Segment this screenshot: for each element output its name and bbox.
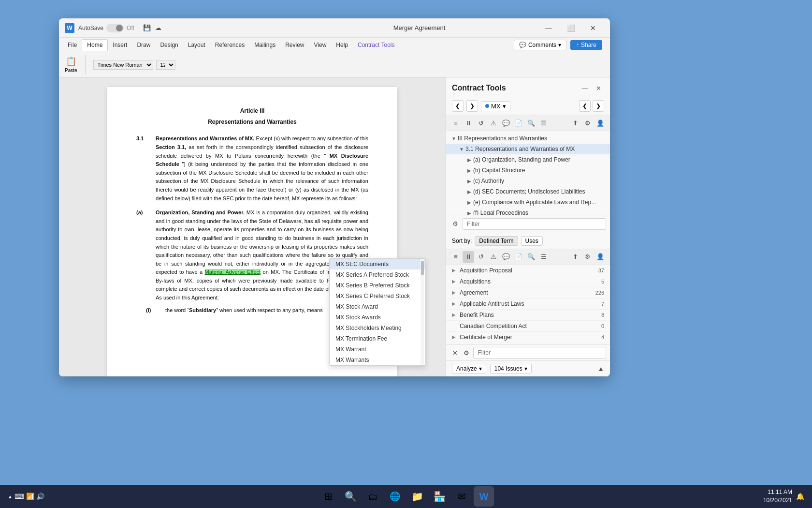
export2-icon[interactable]: ⬆ — [569, 251, 581, 263]
cloud-icon[interactable]: ☁ — [154, 23, 163, 33]
comment2-icon[interactable]: 💬 — [500, 251, 512, 263]
warning2-icon[interactable]: ⚠ — [488, 251, 499, 263]
close-sidebar-icon[interactable]: ✕ — [593, 82, 604, 94]
dropdown-item-1[interactable]: MX Series A Preferred Stock — [330, 269, 425, 280]
close-button[interactable]: ✕ — [582, 21, 604, 35]
tree-item-e[interactable]: ▶ (e) Compliance with Applicable Laws an… — [446, 197, 610, 208]
notification-area-icon[interactable]: 🔔 — [796, 493, 804, 500]
tree-expand-f[interactable]: ▶ — [465, 209, 473, 215]
tab-review[interactable]: Review — [280, 40, 309, 50]
warning-icon[interactable]: ⚠ — [488, 117, 499, 129]
pause-icon[interactable]: ⏸ — [463, 117, 474, 129]
tree-item-c[interactable]: ▶ (c) Authority — [446, 176, 610, 186]
term-benefit-plans[interactable]: ▶ Benefit Plans 8 — [446, 310, 610, 321]
tree-item-3-1[interactable]: ▼ 3.1 Representations and Warranties of … — [446, 144, 610, 154]
comment-icon[interactable]: 💬 — [500, 117, 512, 129]
dropdown-item-3[interactable]: MX Series C Preferred Stock — [330, 291, 425, 301]
tab-home[interactable]: Home — [82, 39, 108, 51]
tree-root[interactable]: ▼ III Representations and Warranties — [446, 133, 610, 144]
tree-area[interactable]: ▼ III Representations and Warranties ▼ 3… — [446, 131, 610, 215]
user2-icon[interactable]: 👤 — [594, 251, 606, 263]
bottom-clear-icon[interactable]: ✕ — [450, 347, 460, 359]
comments-button[interactable]: 💬 Comments ▾ — [514, 40, 566, 50]
filter-settings-icon[interactable]: ⚙ — [450, 218, 461, 230]
tab-layout[interactable]: Layout — [183, 40, 210, 50]
dropdown-item-8[interactable]: MX Warrant — [330, 344, 425, 355]
refresh-icon[interactable]: ↺ — [475, 117, 487, 129]
system-tray-up-icon[interactable]: ▲ — [8, 494, 13, 499]
pause2-icon[interactable]: ⏸ — [463, 251, 474, 263]
tree-filter-input[interactable] — [463, 218, 606, 230]
search-icon[interactable]: 🔍 — [525, 117, 537, 129]
term-expand-icon-5[interactable]: ▶ — [452, 312, 460, 317]
bottom-filter-input[interactable] — [473, 347, 606, 359]
dropdown-item-0[interactable]: MX SEC Documents — [330, 259, 425, 269]
issues-button[interactable]: 104 Issues ▾ — [490, 364, 532, 374]
taskbar-start[interactable]: ⊞ — [318, 486, 338, 507]
nav-down-icon[interactable]: ❯ — [593, 100, 604, 112]
nav-up-icon[interactable]: ❮ — [579, 100, 591, 112]
keyboard-icon[interactable]: ⌨ — [14, 493, 24, 500]
paste-button[interactable]: 📋 Paste — [65, 56, 77, 73]
term-acquisitions[interactable]: ▶ Acquisitions 5 — [446, 276, 610, 287]
term-expand-icon-3[interactable]: ▶ — [452, 290, 460, 295]
dropdown-item-5[interactable]: MX Stock Awards — [330, 312, 425, 323]
tree-expand-b[interactable]: ▶ — [465, 166, 473, 174]
export-icon[interactable]: ⬆ — [569, 117, 581, 129]
taskbar-word[interactable]: W — [474, 486, 494, 507]
doc-content[interactable]: Article III Representations and Warranti… — [59, 77, 446, 376]
document2-icon[interactable]: 📄 — [513, 251, 524, 263]
term-expand-icon-4[interactable]: ▶ — [452, 301, 460, 306]
material-adverse-link[interactable]: Material Adverse Effect — [205, 269, 261, 275]
settings-icon[interactable]: ⚙ — [582, 117, 594, 129]
dropdown-item-2[interactable]: MX Series B Preferred Stock — [330, 280, 425, 291]
restore-button[interactable]: ⬜ — [560, 21, 582, 35]
user-icon[interactable]: 👤 — [594, 117, 606, 129]
term-expand-icon-2[interactable]: ▶ — [452, 279, 460, 284]
tree-item-a[interactable]: ▶ (a) Organization, Standing and Power — [446, 154, 610, 165]
network-icon[interactable]: 📶 — [26, 493, 34, 500]
sort-defined-term[interactable]: Defined Term — [475, 236, 518, 246]
mx-selector[interactable]: MX ▾ — [481, 101, 510, 111]
volume-icon[interactable]: 🔊 — [36, 493, 44, 500]
tree-item-f[interactable]: ▶ (f) Legal Proceedings — [446, 208, 610, 215]
term-expand-icon[interactable]: ▶ — [452, 268, 460, 273]
list-icon[interactable]: ≡ — [450, 117, 462, 129]
expand-panel-icon[interactable]: ▲ — [597, 365, 604, 373]
tree-expand-c[interactable]: ▶ — [465, 177, 473, 185]
sort-uses[interactable]: Uses — [521, 236, 543, 246]
term-certificate-merger[interactable]: ▶ Certificate of Merger 4 — [446, 332, 610, 343]
term-agreement[interactable]: ▶ Agreement 226 — [446, 287, 610, 299]
taskbar-file-explorer[interactable]: 📁 — [407, 486, 427, 507]
tab-references[interactable]: References — [210, 40, 249, 50]
bottom-settings-icon[interactable]: ⚙ — [462, 347, 471, 359]
share-button[interactable]: ↑ Share — [570, 40, 602, 50]
document-icon[interactable]: 📄 — [513, 117, 524, 129]
taskbar-task-view[interactable]: 🗂 — [362, 486, 383, 507]
term-expand-icon-7[interactable]: ▶ — [452, 334, 460, 340]
term-applicable-antitrust[interactable]: ▶ Applicable Antitrust Laws 7 — [446, 299, 610, 310]
analyze-button[interactable]: Analyze ▾ — [452, 364, 486, 374]
tab-design[interactable]: Design — [155, 40, 183, 50]
tab-help[interactable]: Help — [331, 40, 353, 50]
dropdown-item-9[interactable]: MX Warrants — [330, 355, 425, 365]
font-size-select[interactable]: 12 — [156, 60, 175, 70]
taskbar-search[interactable]: 🔍 — [340, 486, 361, 507]
term-canadian-competition[interactable]: Canadian Competition Act 0 — [446, 321, 610, 332]
tree-expand-e[interactable]: ▶ — [465, 198, 473, 206]
tab-mailings[interactable]: Mailings — [249, 40, 280, 50]
minimize-button[interactable]: — — [537, 21, 560, 35]
tree-expand-a[interactable]: ▶ — [465, 156, 473, 164]
font-family-select[interactable]: Times New Roman — [93, 60, 153, 70]
tree-expand-d[interactable]: ▶ — [465, 188, 473, 195]
dropdown-scrollbar[interactable] — [420, 259, 424, 365]
term-acquisition-proposal[interactable]: ▶ Acquisition Proposal 37 — [446, 265, 610, 276]
tab-insert[interactable]: Insert — [108, 40, 132, 50]
tree-item-d[interactable]: ▶ (d) SEC Documents; Undisclosed Liabili… — [446, 186, 610, 197]
dropdown-item-6[interactable]: MX Stockholders Meeting — [330, 323, 425, 333]
refresh2-icon[interactable]: ↺ — [475, 251, 487, 263]
collapse-sidebar-icon[interactable]: — — [579, 82, 591, 94]
save-icon[interactable]: 💾 — [142, 23, 152, 33]
nav-prev-button[interactable]: ❮ — [452, 100, 464, 112]
tab-contract-tools[interactable]: Contract Tools — [353, 40, 399, 50]
